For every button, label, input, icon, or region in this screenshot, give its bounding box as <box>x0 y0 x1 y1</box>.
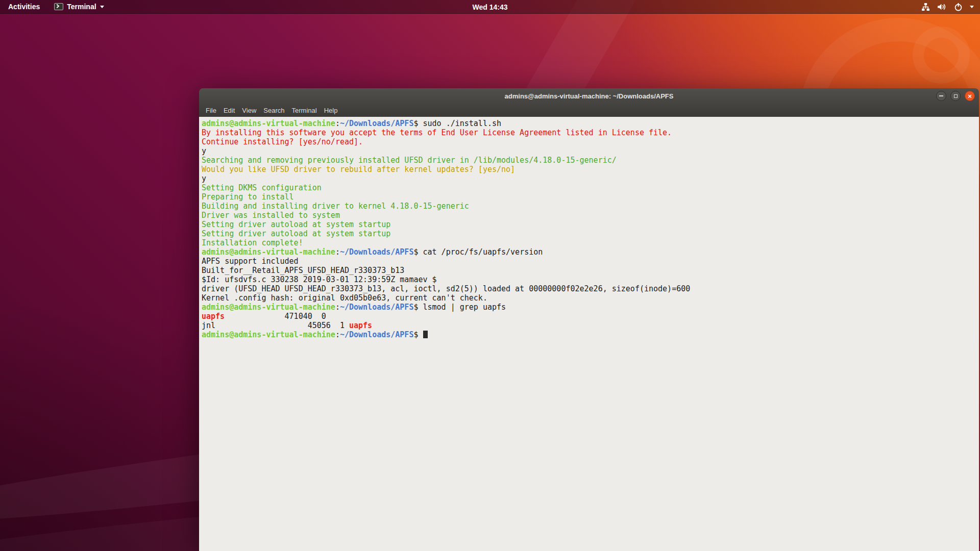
menu-item-terminal[interactable]: Terminal <box>288 106 321 115</box>
terminal-line: Building and installing driver to kernel… <box>202 202 976 211</box>
terminal-line: driver (UFSD_HEAD UFSD_HEAD_r330373_b13,… <box>202 284 976 293</box>
terminal-line: Built_for__Retail_APFS_UFSD_HEAD_r330373… <box>202 266 976 275</box>
app-menu-label: Terminal <box>67 3 96 11</box>
terminal-line: Kernel .config hash: original 0xd05b0e63… <box>202 293 976 303</box>
terminal-line: Preparing to install <box>202 192 976 202</box>
dropdown-caret-icon <box>970 6 974 8</box>
menu-bar: File Edit View Search Terminal Help <box>199 104 979 117</box>
close-button[interactable]: × <box>965 91 975 101</box>
terminal-cursor <box>423 331 428 338</box>
dropdown-caret-icon <box>100 6 104 8</box>
terminal-icon <box>54 3 63 10</box>
system-tray[interactable] <box>921 0 980 13</box>
minimize-button[interactable] <box>936 91 946 101</box>
terminal-line: Setting DKMS configuration <box>202 183 976 192</box>
terminal-line: admins@admins-virtual-machine:~/Download… <box>202 303 976 312</box>
terminal-line: Continue installing? [yes/no/read]. <box>202 137 976 146</box>
clock-button[interactable]: Wed 14:43 <box>473 0 508 14</box>
volume-icon <box>937 3 947 11</box>
top-bar: Activities Terminal Wed 14:43 <box>0 0 980 14</box>
maximize-icon <box>954 94 958 98</box>
terminal-line: By installing this software you accept t… <box>202 128 976 137</box>
maximize-button[interactable] <box>950 91 961 101</box>
menu-item-view[interactable]: View <box>238 106 260 115</box>
app-menu-button[interactable]: Terminal <box>48 0 110 13</box>
terminal-line: $Id: ufsdvfs.c 330238 2019-03-01 12:39:5… <box>202 275 976 284</box>
terminal-line: admins@admins-virtual-machine:~/Download… <box>202 247 976 257</box>
terminal-line: admins@admins-virtual-machine:~/Download… <box>202 119 976 128</box>
clock-label: Wed 14:43 <box>473 3 508 11</box>
terminal-line: y <box>202 146 976 156</box>
menu-item-file[interactable]: File <box>202 106 220 115</box>
activities-button[interactable]: Activities <box>0 0 48 13</box>
terminal-window: admins@admins-virtual-machine: ~/Downloa… <box>199 88 979 551</box>
terminal-line: jnl 45056 1 uapfs <box>202 321 976 330</box>
terminal-line: admins@admins-virtual-machine:~/Download… <box>202 330 976 339</box>
minimize-icon <box>939 95 943 96</box>
menu-item-help[interactable]: Help <box>321 106 341 115</box>
terminal-line: Would you like UFSD driver to rebuild af… <box>202 165 976 174</box>
terminal-line: Installation complete! <box>202 238 976 247</box>
terminal-line: y <box>202 174 976 183</box>
terminal-line: Setting driver autoload at system startu… <box>202 220 976 229</box>
wired-network-icon <box>921 3 930 11</box>
activities-label: Activities <box>8 3 40 11</box>
power-icon <box>954 3 963 11</box>
menu-item-search[interactable]: Search <box>260 106 288 115</box>
terminal-line: uapfs 471040 0 <box>202 312 976 321</box>
terminal-line: Searching and removing previously instal… <box>202 156 976 165</box>
menu-item-edit[interactable]: Edit <box>220 106 238 115</box>
window-header[interactable]: admins@admins-virtual-machine: ~/Downloa… <box>199 88 979 117</box>
terminal-line: Driver was installed to system <box>202 211 976 220</box>
close-icon: × <box>968 93 972 99</box>
wallpaper-watermark-ring-small <box>913 27 970 84</box>
window-titlebar: admins@admins-virtual-machine: ~/Downloa… <box>199 88 979 104</box>
terminal-line: Setting driver autoload at system startu… <box>202 229 976 238</box>
window-title: admins@admins-virtual-machine: ~/Downloa… <box>505 92 674 100</box>
terminal-output[interactable]: admins@admins-virtual-machine:~/Download… <box>199 117 979 551</box>
terminal-line: APFS support included <box>202 257 976 266</box>
